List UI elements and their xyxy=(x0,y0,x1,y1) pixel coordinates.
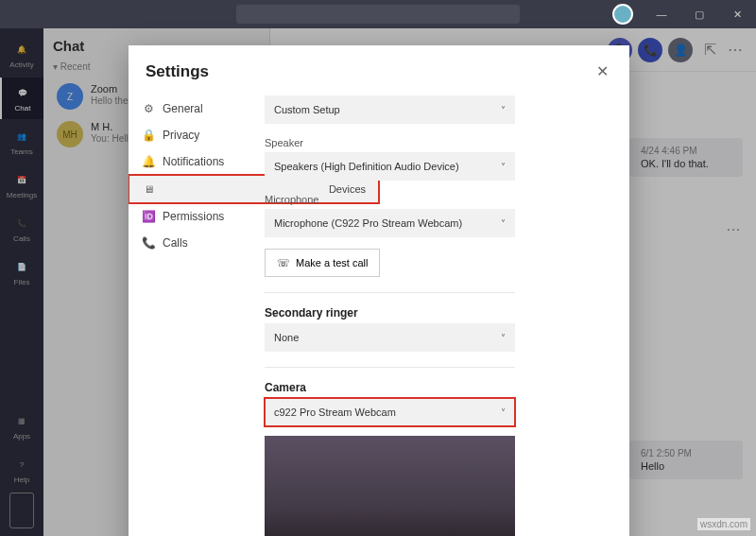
audio-devices-select[interactable]: Custom Setup ˅ xyxy=(265,95,515,124)
divider xyxy=(265,292,515,293)
chevron-down-icon: ˅ xyxy=(501,333,506,343)
chevron-down-icon: ˅ xyxy=(501,105,506,115)
select-value: Microphone (C922 Pro Stream Webcam) xyxy=(274,217,462,229)
chevron-down-icon: ˅ xyxy=(501,407,506,418)
chevron-down-icon: ˅ xyxy=(501,162,506,172)
phone-icon: 📞 xyxy=(142,236,155,250)
settings-modal: Settings ✕ ⚙ General 🔒 Privacy 🔔 Notific… xyxy=(129,45,629,536)
lock-icon: 🔒 xyxy=(142,129,155,142)
settings-nav-privacy[interactable]: 🔒 Privacy xyxy=(129,122,261,148)
settings-title: Settings xyxy=(146,62,209,81)
secondary-ringer-label: Secondary ringer xyxy=(265,306,609,320)
button-label: Make a test call xyxy=(296,257,368,268)
test-call-icon: ☏ xyxy=(277,257,290,269)
camera-preview: Preview xyxy=(265,436,515,536)
modal-close-button[interactable]: ✕ xyxy=(593,59,612,84)
microphone-label: Microphone xyxy=(265,194,609,205)
nav-label: General xyxy=(163,102,203,115)
select-value: None xyxy=(274,332,299,343)
nav-label: Notifications xyxy=(163,155,224,168)
camera-label: Camera xyxy=(265,381,609,394)
nav-label: Permissions xyxy=(163,210,224,223)
speaker-select[interactable]: Speakers (High Definition Audio Device) … xyxy=(265,152,515,181)
devices-icon: 🖥 xyxy=(142,183,155,195)
profile-avatar[interactable] xyxy=(612,4,633,25)
bell-icon: 🔔 xyxy=(142,155,155,168)
microphone-select[interactable]: Microphone (C922 Pro Stream Webcam) ˅ xyxy=(265,209,515,237)
select-value: Custom Setup xyxy=(274,104,340,115)
divider xyxy=(265,367,515,368)
select-value: Speakers (High Definition Audio Device) xyxy=(274,161,459,172)
settings-nav-notifications[interactable]: 🔔 Notifications xyxy=(129,148,261,175)
window-maximize[interactable]: ▢ xyxy=(680,0,718,28)
select-value: c922 Pro Stream Webcam xyxy=(274,406,396,418)
settings-nav-permissions[interactable]: 🆔 Permissions xyxy=(129,203,261,230)
chevron-down-icon: ˅ xyxy=(501,218,506,229)
window-titlebar: — ▢ ✕ xyxy=(0,0,756,28)
gear-icon: ⚙ xyxy=(142,102,155,115)
make-test-call-button[interactable]: ☏ Make a test call xyxy=(265,249,380,277)
window-minimize[interactable]: — xyxy=(643,0,680,28)
global-search[interactable] xyxy=(236,5,520,24)
settings-panel: Custom Setup ˅ Speaker Speakers (High De… xyxy=(261,92,629,536)
camera-select[interactable]: c922 Pro Stream Webcam ˅ xyxy=(265,398,515,426)
modal-overlay[interactable]: Settings ✕ ⚙ General 🔒 Privacy 🔔 Notific… xyxy=(0,28,756,536)
settings-nav: ⚙ General 🔒 Privacy 🔔 Notifications 🖥 De… xyxy=(129,92,261,536)
watermark: wsxdn.com xyxy=(697,518,750,530)
nav-label: Calls xyxy=(163,236,188,250)
nav-label: Privacy xyxy=(163,129,199,142)
settings-nav-general[interactable]: ⚙ General xyxy=(129,95,261,122)
secondary-ringer-select[interactable]: None ˅ xyxy=(265,323,515,352)
window-close[interactable]: ✕ xyxy=(718,0,756,28)
badge-icon: 🆔 xyxy=(142,210,155,223)
settings-nav-calls[interactable]: 📞 Calls xyxy=(129,230,261,256)
speaker-label: Speaker xyxy=(265,137,609,148)
